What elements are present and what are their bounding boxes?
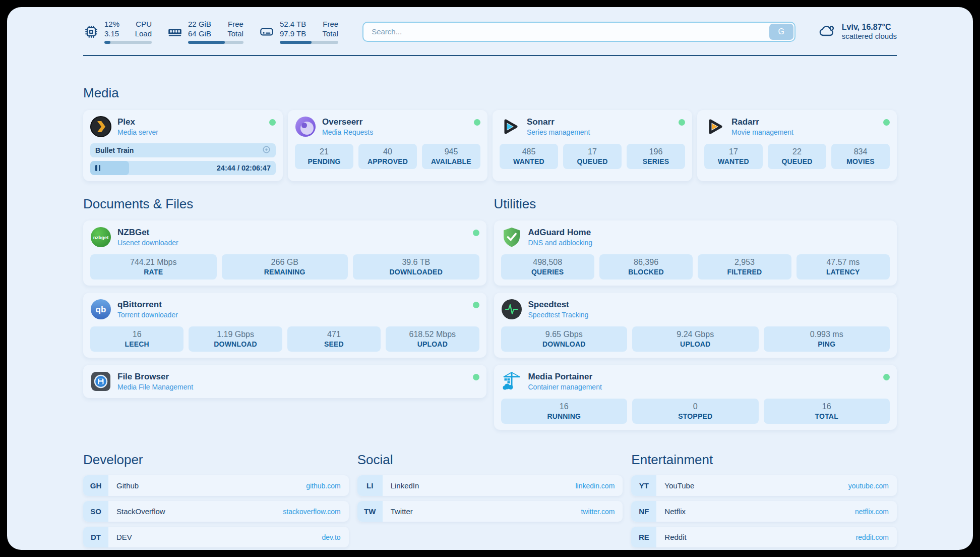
app-subtitle: Speedtest Tracking <box>528 311 890 319</box>
search-input[interactable] <box>362 22 795 42</box>
social-section: Social LI LinkedIn linkedin.com TW Twitt… <box>357 452 623 550</box>
app-name: Radarr <box>731 117 877 127</box>
cpu-icon <box>83 24 99 40</box>
media-section: Media Plex Medi <box>83 85 897 181</box>
link-url[interactable]: youtube.com <box>848 482 889 490</box>
stat-pending: 21 PENDING <box>295 144 353 169</box>
utilities-section: Utilities <box>494 196 897 437</box>
speedtest-icon <box>501 299 522 320</box>
sonarr-icon <box>500 116 521 137</box>
circle-dot-icon[interactable] <box>262 145 271 155</box>
nzbget-icon: nzbget <box>90 227 111 248</box>
developer-section-title: Developer <box>83 452 349 468</box>
stat-running: 16 RUNNING <box>501 399 628 424</box>
link-reddit[interactable]: RE Reddit reddit.com <box>631 527 897 547</box>
overseerr-icon <box>295 116 316 137</box>
link-label: Reddit <box>664 533 855 541</box>
plex-icon <box>90 116 111 137</box>
adguard-icon <box>501 227 522 248</box>
stat-stopped: 0 STOPPED <box>632 399 759 424</box>
link-abbr-badge: NF <box>631 501 656 522</box>
link-label: Github <box>116 481 306 490</box>
stat-download: 1.19 Gbps DOWNLOAD <box>189 326 282 352</box>
adguard-card[interactable]: AdGuard Home DNS and adblocking 498,508 … <box>494 220 897 286</box>
app-name: Overseerr <box>322 117 468 127</box>
stat-upload: 618.52 Mbps UPLOAD <box>386 326 479 352</box>
link-netflix[interactable]: NF Netflix netflix.com <box>631 501 897 522</box>
ram-labels: Free Total <box>220 19 243 38</box>
stat-total: 16 TOTAL <box>764 399 890 424</box>
link-url[interactable]: linkedin.com <box>576 482 615 490</box>
cpu-values: 12% 3.15 <box>104 19 119 38</box>
stat-blocked: 86,396 BLOCKED <box>599 254 693 280</box>
playback-progress-bar[interactable]: 24:44 / 02:06:47 <box>90 161 276 175</box>
ram-values: 22 GiB 64 GiB <box>188 19 211 38</box>
disk-labels: Free Total <box>315 19 338 38</box>
now-playing-title: Bullet Train <box>95 146 134 154</box>
qbittorrent-card[interactable]: qb qBittorrent Torrent downloader 16 LEE… <box>83 293 486 358</box>
dashboard-page: 12% 3.15 CPU Load <box>7 7 973 550</box>
plex-card[interactable]: Plex Media server Bullet Train <box>83 110 283 181</box>
status-dot <box>269 119 276 126</box>
link-twitter[interactable]: TW Twitter twitter.com <box>357 501 623 522</box>
ram-progress-bar <box>188 41 243 44</box>
link-label: StackOverflow <box>116 507 283 516</box>
stat-available: 945 AVAILABLE <box>422 144 480 169</box>
entertainment-section-title: Entertainment <box>631 452 897 468</box>
topbar-divider <box>83 55 897 56</box>
status-dot <box>473 374 479 380</box>
ram-icon <box>167 24 183 40</box>
app-subtitle: Media Requests <box>322 128 468 136</box>
link-stackoverflow[interactable]: SO StackOverflow stackoverflow.com <box>83 501 349 522</box>
filebrowser-icon <box>90 371 111 392</box>
portainer-icon <box>501 371 522 392</box>
link-linkedin[interactable]: LI LinkedIn linkedin.com <box>357 475 623 496</box>
disk-progress-bar <box>280 41 338 44</box>
app-subtitle: Series management <box>527 128 672 136</box>
status-dot <box>883 119 890 126</box>
stat-series: 196 SERIES <box>627 144 685 169</box>
link-url[interactable]: twitter.com <box>581 508 615 516</box>
stat-remaining: 266 GB REMAINING <box>222 254 348 280</box>
cloud-icon <box>817 21 836 42</box>
link-dev[interactable]: DT DEV dev.to <box>83 527 349 547</box>
link-label: YouTube <box>664 481 848 490</box>
link-url[interactable]: github.com <box>306 482 340 490</box>
stat-filtered: 2,953 FILTERED <box>698 254 791 280</box>
link-abbr-badge: SO <box>83 501 108 522</box>
app-name: Media Portainer <box>528 372 878 382</box>
ram-monitor: 22 GiB 64 GiB Free Total <box>167 19 243 44</box>
link-label: Twitter <box>391 507 581 516</box>
link-url[interactable]: dev.to <box>322 533 341 541</box>
app-name: qBittorrent <box>117 300 467 310</box>
link-youtube[interactable]: YT YouTube youtube.com <box>631 475 897 496</box>
app-name: File Browser <box>117 372 467 382</box>
search-go-button[interactable]: G <box>769 24 793 40</box>
documents-section-title: Documents & Files <box>83 196 486 212</box>
stat-rate: 744.21 Mbps RATE <box>90 254 217 280</box>
portainer-card[interactable]: Media Portainer Container management 16 … <box>494 365 897 430</box>
status-dot <box>679 119 685 126</box>
cpu-labels: CPU Load <box>129 19 152 38</box>
filebrowser-card[interactable]: File Browser Media File Management <box>83 365 486 398</box>
speedtest-card[interactable]: Speedtest Speedtest Tracking 9.65 Gbps D… <box>494 293 897 358</box>
weather-location-temp: Lviv, 16.87°C <box>842 23 897 32</box>
overseerr-card[interactable]: Overseerr Media Requests 21 PENDING 40 A… <box>288 110 487 181</box>
stat-latency: 47.57 ms LATENCY <box>797 254 890 280</box>
svg-text:nzbget: nzbget <box>93 235 109 240</box>
documents-section: Documents & Files nzbget <box>83 196 486 437</box>
pause-icon[interactable] <box>95 165 100 171</box>
status-dot <box>473 230 479 236</box>
stat-download: 9.65 Gbps DOWNLOAD <box>501 326 628 352</box>
media-section-title: Media <box>83 85 897 101</box>
nzbget-card[interactable]: nzbget NZBGet Usenet downloader 744.21 M… <box>83 220 486 286</box>
stat-wanted: 17 WANTED <box>704 144 763 169</box>
link-abbr-badge: RE <box>631 527 656 547</box>
sonarr-card[interactable]: Sonarr Series management 485 WANTED 17 Q… <box>493 110 692 181</box>
link-url[interactable]: netflix.com <box>855 508 889 516</box>
link-url[interactable]: stackoverflow.com <box>283 508 340 516</box>
radarr-card[interactable]: Radarr Movie management 17 WANTED 22 QUE… <box>697 110 897 181</box>
app-subtitle: Container management <box>528 383 878 391</box>
link-github[interactable]: GH Github github.com <box>83 475 349 496</box>
link-url[interactable]: reddit.com <box>856 533 889 541</box>
